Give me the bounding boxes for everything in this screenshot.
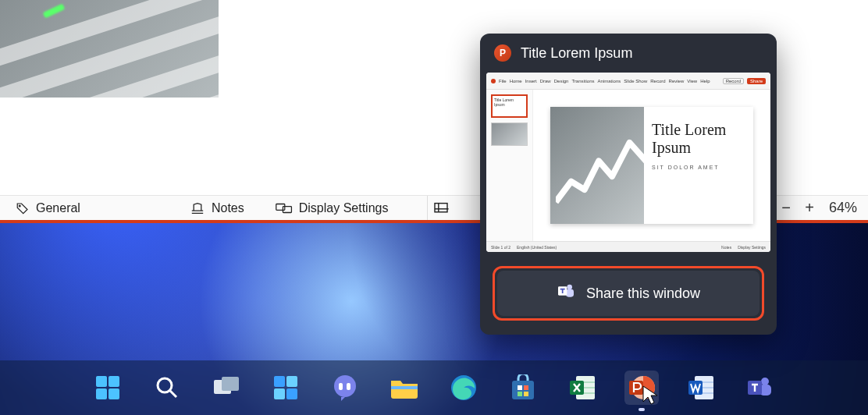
svg-line-11 [170, 391, 176, 397]
svg-rect-39 [688, 381, 703, 395]
normal-view-button[interactable] [427, 196, 454, 220]
teams-icon[interactable] [743, 371, 777, 405]
search-icon[interactable] [150, 371, 184, 405]
svg-rect-13 [222, 377, 239, 391]
slide-image-fragment [0, 0, 219, 98]
svg-point-18 [334, 375, 356, 397]
thumb-slide-panel: Title Lorem Ipsum [486, 90, 533, 241]
status-notes-label: Notes [212, 201, 244, 215]
taskbar-preview-popup: P Title Lorem Ipsum File Home Insert Dra… [480, 34, 777, 335]
notes-icon [190, 202, 205, 215]
teams-share-icon [557, 282, 575, 305]
status-general-label: General [36, 201, 80, 215]
svg-point-40 [761, 378, 769, 385]
svg-rect-17 [286, 388, 297, 399]
preview-thumbnail[interactable]: File Home Insert Draw Design Transitions… [486, 73, 770, 252]
word-icon[interactable] [684, 371, 718, 405]
status-display-settings[interactable]: Display Settings [260, 196, 404, 220]
svg-rect-16 [274, 388, 285, 399]
preview-titlebar[interactable]: P Title Lorem Ipsum [480, 34, 777, 73]
chat-icon[interactable] [328, 371, 362, 405]
svg-rect-23 [512, 381, 534, 399]
svg-rect-21 [391, 386, 418, 389]
share-window-button[interactable]: Share this window [497, 271, 760, 316]
zoom-level[interactable]: 64% [818, 200, 868, 216]
svg-point-43 [567, 284, 572, 289]
thumb-slide-subtitle: SIT DOLOR AMET [652, 165, 745, 170]
edge-icon[interactable] [446, 371, 481, 405]
svg-point-10 [158, 378, 172, 392]
thumb-ribbon: File Home Insert Draw Design Transitions… [486, 73, 770, 90]
tag-icon [16, 201, 30, 215]
svg-rect-3 [435, 203, 447, 211]
svg-rect-44 [566, 289, 574, 296]
thumb-slide-title: Title Lorem Ipsum [652, 121, 745, 157]
thumb-status-bar: Slide 1 of 2 English (United States) Not… [486, 241, 770, 252]
widgets-icon[interactable] [269, 371, 303, 405]
excel-icon[interactable] [565, 371, 599, 405]
svg-rect-19 [339, 383, 343, 390]
svg-rect-14 [274, 376, 285, 387]
thumb-slide-2 [491, 122, 528, 146]
start-icon[interactable] [91, 371, 125, 405]
svg-rect-1 [276, 204, 285, 210]
file-explorer-icon[interactable] [387, 371, 422, 405]
svg-rect-27 [524, 392, 528, 396]
zoom-in-button[interactable]: + [801, 199, 818, 217]
svg-point-0 [19, 205, 20, 207]
zoom-out-button[interactable]: − [777, 199, 795, 217]
thumb-main-slide: Title Lorem Ipsum SIT DOLOR AMET [550, 107, 753, 224]
svg-rect-8 [96, 388, 107, 399]
svg-rect-24 [518, 385, 522, 390]
status-notes[interactable]: Notes [174, 196, 260, 220]
display-settings-icon [276, 202, 293, 215]
share-highlight: Share this window [493, 266, 764, 321]
powerpoint-logo-icon: P [494, 44, 511, 62]
mouse-cursor-icon [642, 385, 662, 405]
task-view-icon[interactable] [209, 371, 244, 405]
store-icon[interactable] [506, 371, 540, 405]
svg-rect-6 [96, 376, 107, 387]
svg-rect-2 [283, 206, 291, 212]
taskbar [0, 360, 868, 415]
powerpoint-icon[interactable] [624, 371, 659, 405]
preview-window-title: Title Lorem Ipsum [521, 45, 632, 62]
status-general[interactable]: General [0, 196, 96, 220]
thumb-slide-1: Title Lorem Ipsum [491, 94, 528, 118]
svg-rect-25 [524, 385, 528, 390]
share-window-label: Share this window [586, 286, 700, 302]
svg-rect-9 [108, 388, 119, 399]
svg-rect-20 [347, 383, 350, 390]
svg-rect-26 [518, 392, 522, 396]
svg-rect-7 [108, 376, 119, 387]
svg-rect-15 [286, 376, 297, 387]
status-display-settings-label: Display Settings [299, 201, 389, 215]
